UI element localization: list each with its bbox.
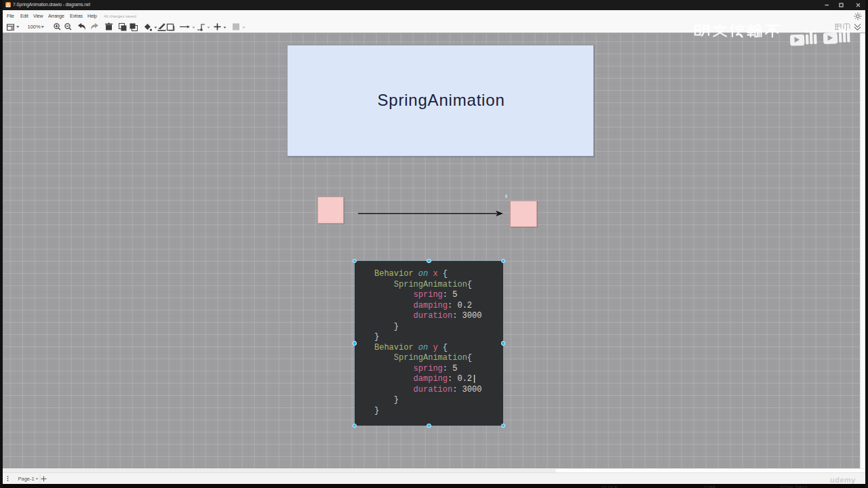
- svg-text:100%: 100%: [28, 24, 41, 30]
- svg-text:Page-1: Page-1: [18, 476, 35, 482]
